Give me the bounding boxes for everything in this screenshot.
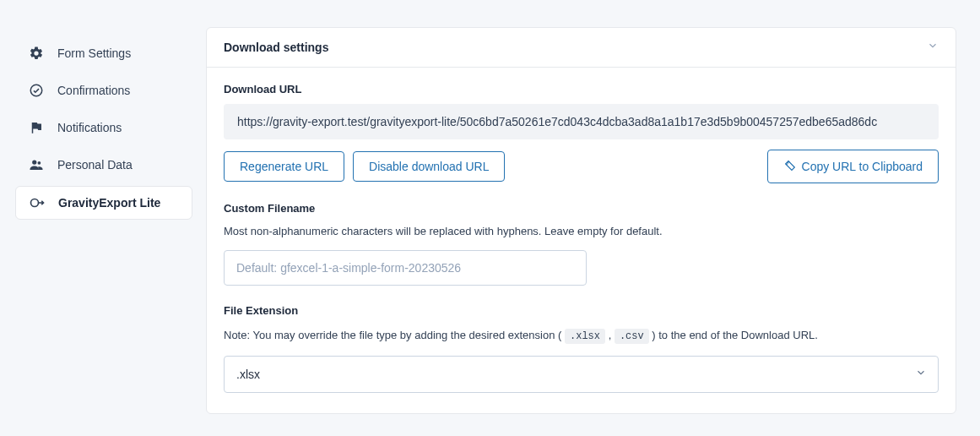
sidebar: Form Settings Confirmations Notification… — [15, 27, 192, 414]
check-circle-icon — [29, 83, 44, 98]
sidebar-item-label: GravityExport Lite — [58, 196, 160, 210]
sidebar-item-gravityexport-lite[interactable]: GravityExport Lite — [15, 186, 192, 220]
copy-url-button[interactable]: Copy URL to Clipboard — [767, 150, 939, 183]
sidebar-item-personal-data[interactable]: Personal Data — [15, 149, 192, 181]
svg-point-3 — [31, 199, 39, 207]
custom-filename-help: Most non-alphanumeric characters will be… — [224, 223, 939, 240]
sidebar-item-label: Confirmations — [57, 84, 130, 97]
panel-body: Download URL https://gravity-export.test… — [207, 68, 956, 413]
file-extension-select[interactable]: .xlsx — [224, 356, 939, 393]
svg-point-0 — [30, 84, 42, 96]
export-icon — [30, 195, 45, 210]
settings-panel: Download settings Download URL https://g… — [206, 27, 956, 414]
url-actions-row: Regenerate URL Disable download URL Copy… — [224, 150, 939, 183]
download-url-label: Download URL — [224, 83, 939, 95]
chevron-down-icon — [927, 40, 939, 55]
people-icon — [29, 157, 44, 172]
ticket-icon — [783, 159, 797, 174]
sidebar-item-label: Notifications — [57, 121, 122, 134]
code-csv: .csv — [615, 329, 649, 344]
file-extension-note: Note: You may override the file type by … — [224, 325, 939, 346]
sidebar-item-label: Form Settings — [57, 46, 131, 60]
file-extension-label: File Extension — [224, 304, 939, 317]
svg-point-2 — [38, 161, 41, 165]
sidebar-item-confirmations[interactable]: Confirmations — [15, 74, 192, 106]
sidebar-item-form-settings[interactable]: Form Settings — [15, 37, 192, 69]
custom-filename-label: Custom Filename — [224, 202, 939, 215]
copy-url-label: Copy URL to Clipboard — [802, 161, 923, 172]
sidebar-item-notifications[interactable]: Notifications — [15, 112, 192, 144]
download-url-value[interactable]: https://gravity-export.test/gravityexpor… — [224, 104, 939, 139]
svg-point-1 — [32, 160, 36, 164]
sidebar-item-label: Personal Data — [57, 158, 133, 172]
code-xlsx: .xlsx — [565, 329, 605, 344]
file-extension-select-wrap: .xlsx — [224, 356, 939, 393]
regenerate-url-button[interactable]: Regenerate URL — [224, 151, 344, 182]
gear-icon — [29, 46, 44, 61]
panel-title: Download settings — [224, 41, 328, 54]
custom-filename-input[interactable] — [224, 250, 587, 286]
panel-header[interactable]: Download settings — [207, 28, 956, 68]
flag-icon — [29, 120, 44, 135]
disable-url-button[interactable]: Disable download URL — [353, 151, 505, 182]
